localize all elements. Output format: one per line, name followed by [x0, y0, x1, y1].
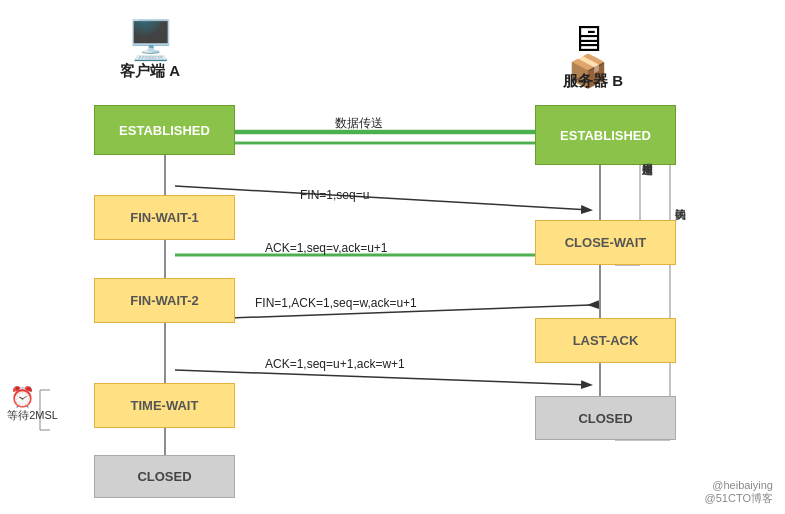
last-ack: LAST-ACK — [535, 318, 676, 363]
computer-icon: 🖥️ — [110, 18, 190, 62]
closed-server: CLOSED — [535, 396, 676, 440]
closed-client: CLOSED — [94, 455, 235, 498]
svg-line-6 — [175, 186, 590, 210]
client-icon-area: 🖥️ — [110, 18, 190, 62]
wait-2msl-label: 等待2MSL — [5, 408, 60, 423]
client-label: 客户端 A — [105, 62, 195, 81]
data-transfer-label: 数据传送 — [335, 115, 383, 132]
time-wait: TIME-WAIT — [94, 383, 235, 428]
server-label: 服务器 B — [548, 72, 638, 91]
watermark: @heibaiying@51CTO博客 — [705, 479, 773, 506]
svg-line-9 — [175, 370, 590, 385]
established-client: ESTABLISHED — [94, 105, 235, 155]
diagram-container: 🖥️ 客户端 A 🖥 📦 服务器 B ESTABLISHED ESTABLISH… — [0, 0, 785, 514]
alarm-icon: ⏰ — [10, 385, 35, 409]
fin2-label: FIN=1,ACK=1,seq=w,ack=u+1 — [255, 296, 417, 310]
fin-wait-1: FIN-WAIT-1 — [94, 195, 235, 240]
close-wait: CLOSE-WAIT — [535, 220, 676, 265]
ack2-label: ACK=1,seq=u+1,ack=w+1 — [265, 357, 405, 371]
ack1-label: ACK=1,seq=v,ack=u+1 — [265, 241, 388, 255]
fin1-label: FIN=1,seq=u — [300, 188, 369, 202]
established-server: ESTABLISHED — [535, 105, 676, 165]
fin-wait-2: FIN-WAIT-2 — [94, 278, 235, 323]
